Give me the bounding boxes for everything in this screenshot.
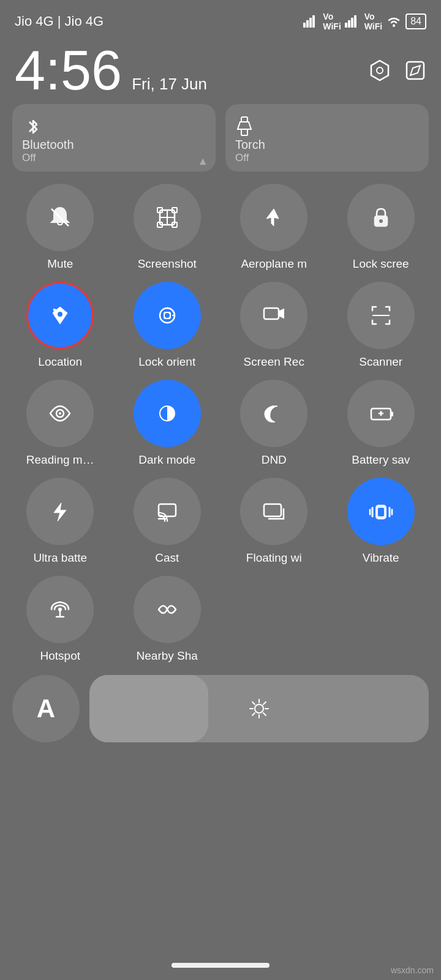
svg-rect-5 bbox=[348, 20, 350, 28]
dnd-circle bbox=[240, 380, 307, 447]
status-icons: VoWiFi VoWiFi 84 bbox=[303, 12, 426, 31]
screenshot-circle bbox=[134, 184, 201, 251]
scanner-circle bbox=[347, 282, 415, 349]
aeroplane-circle bbox=[240, 184, 307, 251]
tile-mute[interactable]: Mute bbox=[12, 184, 108, 271]
bluetooth-tile[interactable]: Bluetooth Off ▲ bbox=[12, 104, 216, 172]
signal-icon-2 bbox=[345, 15, 361, 28]
tile-floatingwi[interactable]: Floating wi bbox=[226, 478, 322, 565]
hotspot-circle bbox=[26, 576, 94, 643]
sun-icon bbox=[247, 697, 271, 720]
svg-rect-11 bbox=[407, 62, 424, 79]
svg-rect-13 bbox=[241, 129, 247, 135]
screenrec-label: Screen Rec bbox=[244, 355, 304, 369]
svg-rect-28 bbox=[264, 308, 279, 319]
nearbysha-label: Nearby Sha bbox=[137, 649, 198, 663]
svg-point-8 bbox=[393, 24, 395, 27]
svg-point-23 bbox=[379, 219, 383, 223]
cast-circle bbox=[134, 478, 201, 545]
lockscreen-circle bbox=[347, 184, 415, 251]
tile-screenrec[interactable]: Screen Rec bbox=[226, 282, 322, 369]
screenshot-icon bbox=[154, 204, 181, 231]
font-label: A bbox=[37, 694, 55, 723]
tile-cast[interactable]: Cast bbox=[119, 478, 216, 565]
bluetooth-arrow: ▲ bbox=[197, 155, 208, 168]
scanner-icon bbox=[368, 302, 394, 329]
screenshot-label: Screenshot bbox=[138, 257, 197, 271]
svg-rect-7 bbox=[354, 15, 356, 28]
bell-icon bbox=[47, 204, 74, 231]
moon-icon bbox=[260, 400, 287, 427]
tile-readingmode[interactable]: Reading m… bbox=[12, 380, 108, 467]
svg-rect-41 bbox=[378, 508, 384, 516]
hotspot-label: Hotspot bbox=[40, 649, 80, 663]
nearbysha-circle bbox=[134, 576, 201, 643]
clock-left: 4:56 Fri, 17 Jun bbox=[15, 43, 207, 98]
svg-line-54 bbox=[252, 702, 255, 704]
vowifi-2: VoWiFi bbox=[364, 12, 382, 31]
vibrate-icon bbox=[368, 498, 394, 525]
torch-icon bbox=[235, 116, 254, 138]
tiles-grid: Mute Screenshot bbox=[12, 184, 429, 669]
darkmode-circle bbox=[134, 380, 201, 447]
tile-hotspot[interactable]: Hotspot bbox=[12, 576, 108, 663]
tile-dnd[interactable]: DND bbox=[226, 380, 322, 467]
font-size-button[interactable]: A bbox=[12, 675, 80, 742]
settings-icon[interactable] bbox=[368, 58, 392, 83]
tile-vibrate[interactable]: Vibrate bbox=[333, 478, 429, 565]
edit-icon[interactable] bbox=[404, 59, 426, 81]
darkmode-icon bbox=[154, 400, 181, 427]
scanner-label: Scanner bbox=[359, 355, 402, 369]
svg-rect-6 bbox=[351, 18, 353, 28]
clock-area: 4:56 Fri, 17 Jun bbox=[0, 37, 441, 104]
tile-lockscreen[interactable]: Lock scree bbox=[333, 184, 429, 271]
brightness-slider[interactable] bbox=[89, 675, 429, 742]
svg-rect-37 bbox=[159, 504, 176, 516]
battery-sav-icon bbox=[368, 400, 394, 427]
svg-rect-3 bbox=[312, 15, 315, 28]
nearbyshare-icon bbox=[154, 596, 181, 623]
tile-location[interactable]: Location bbox=[12, 282, 108, 369]
tile-lockorient[interactable]: Lock orient bbox=[119, 282, 216, 369]
signal-icon bbox=[303, 15, 319, 28]
home-indicator[interactable] bbox=[172, 963, 270, 968]
svg-rect-34 bbox=[391, 412, 393, 417]
airplane-icon bbox=[260, 204, 287, 231]
screenrec-circle bbox=[240, 282, 307, 349]
mute-label: Mute bbox=[47, 257, 73, 271]
svg-rect-1 bbox=[306, 20, 309, 28]
cast-icon bbox=[154, 498, 181, 525]
torch-tile[interactable]: Torch Off bbox=[225, 104, 429, 172]
svg-point-31 bbox=[59, 412, 61, 415]
lockorient-circle bbox=[134, 282, 201, 349]
vowifi-1: VoWiFi bbox=[323, 12, 341, 31]
wifi-icon bbox=[386, 15, 402, 28]
floatingwin-icon bbox=[260, 498, 287, 525]
bluetooth-icon bbox=[22, 116, 44, 138]
quick-tiles-section: Bluetooth Off ▲ Torch Off Mu bbox=[0, 104, 441, 669]
floatingwi-circle bbox=[240, 478, 307, 545]
ultrabatte-label: Ultra batte bbox=[33, 551, 87, 565]
tile-screenshot[interactable]: Screenshot bbox=[119, 184, 216, 271]
lockorient-label: Lock orient bbox=[138, 355, 195, 369]
tile-darkmode[interactable]: Dark mode bbox=[119, 380, 216, 467]
tile-nearbysha[interactable]: Nearby Sha bbox=[119, 576, 216, 663]
bluetooth-label: Bluetooth bbox=[22, 138, 74, 152]
mute-circle bbox=[26, 184, 94, 251]
clock-date: Fri, 17 Jun bbox=[132, 75, 207, 94]
aeroplane-label: Aeroplane m bbox=[241, 257, 307, 271]
svg-point-49 bbox=[255, 704, 263, 713]
batterysav-label: Battery sav bbox=[352, 453, 410, 467]
clock-time: 4:56 bbox=[15, 43, 122, 98]
tile-ultrabatte[interactable]: Ultra batte bbox=[12, 478, 108, 565]
tile-batterysav[interactable]: Battery sav bbox=[333, 380, 429, 467]
tile-aeroplane[interactable]: Aeroplane m bbox=[226, 184, 322, 271]
top-tiles-row: Bluetooth Off ▲ Torch Off bbox=[12, 104, 429, 172]
vibrate-circle bbox=[347, 478, 415, 545]
lockorient-icon bbox=[154, 302, 181, 329]
status-bar: Jio 4G | Jio 4G VoWiFi VoWiFi 84 bbox=[0, 0, 441, 37]
svg-marker-9 bbox=[371, 61, 388, 80]
brightness-fill bbox=[89, 675, 208, 742]
tile-scanner[interactable]: Scanner bbox=[333, 282, 429, 369]
lock-icon bbox=[368, 204, 394, 231]
